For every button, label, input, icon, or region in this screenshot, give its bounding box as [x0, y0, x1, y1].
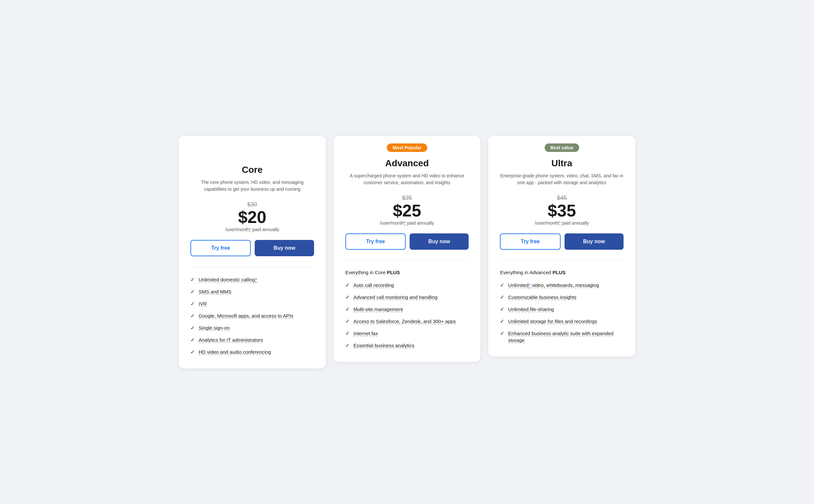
check-icon: ✓: [500, 294, 504, 300]
check-icon: ✓: [345, 282, 349, 288]
ultra-divider: [500, 260, 624, 260]
check-icon: ✓: [190, 349, 195, 355]
no-badge-spacer: [190, 149, 314, 165]
ultra-buy-now-button[interactable]: Buy now: [565, 233, 624, 250]
feature-item: ✓ Unlimited domestic calling*: [190, 276, 314, 283]
feature-item: ✓ Internet fax: [345, 330, 469, 337]
advanced-description: A supercharged phone system and HD video…: [345, 172, 469, 188]
ultra-features-list: ✓ Unlimited* video, whiteboards, messagi…: [500, 282, 624, 344]
check-icon: ✓: [190, 313, 195, 319]
plan-card-advanced: Most Popular Advanced A supercharged pho…: [333, 136, 481, 362]
ultra-try-free-button[interactable]: Try free: [500, 233, 560, 250]
check-icon: ✓: [500, 306, 504, 312]
core-buy-now-button[interactable]: Buy now: [255, 240, 314, 256]
feature-item: ✓ Single sign-on: [190, 324, 314, 331]
feature-text: Multi-site management: [353, 306, 403, 313]
feature-text: Access to Salesforce, Zendesk, and 300+ …: [353, 318, 456, 325]
advanced-current-price: $25: [345, 202, 469, 219]
feature-item: ✓ Enhanced business analytic suite with …: [500, 330, 624, 344]
advanced-badge: Most Popular: [387, 143, 428, 152]
feature-item: ✓ Multi-site management: [345, 306, 469, 313]
feature-text: Internet fax: [353, 330, 378, 337]
plan-card-core: Core The core phone system, HD video, an…: [179, 136, 326, 368]
ultra-original-price: $45: [500, 195, 624, 201]
core-price-section: $30 $20 /user/month* paid annually: [190, 201, 314, 232]
feature-item: ✓ Auto call recording: [345, 282, 469, 289]
feature-text: Single sign-on: [199, 324, 229, 331]
feature-text: SMS and MMS: [199, 288, 231, 295]
core-divider: [190, 267, 314, 267]
ultra-badge-area: Best value: [500, 142, 624, 153]
advanced-try-free-button[interactable]: Try free: [345, 233, 406, 250]
check-icon: ✓: [500, 330, 504, 336]
feature-item: ✓ SMS and MMS: [190, 288, 314, 295]
feature-item: ✓ Unlimited storage for files and record…: [500, 318, 624, 325]
advanced-plan-name: Advanced: [345, 158, 469, 169]
feature-item: ✓ Customizable business insights: [500, 294, 624, 301]
ultra-features-heading: Everything in Advanced PLUS: [500, 270, 624, 275]
feature-text: Google, Microsoft apps, and access to AP…: [199, 312, 293, 319]
feature-item: ✓ Essential business analytics: [345, 342, 469, 349]
core-plan-name: Core: [190, 165, 314, 175]
feature-text: Analytics for IT administrators: [199, 336, 263, 343]
ultra-badge: Best value: [545, 143, 579, 152]
core-current-price: $20: [190, 209, 314, 226]
advanced-features-heading: Everything in Core PLUS: [345, 270, 469, 275]
feature-item: ✓ IVR: [190, 300, 314, 307]
core-original-price: $30: [190, 201, 314, 208]
core-description: The core phone system, HD video, and mes…: [190, 179, 314, 195]
check-icon: ✓: [345, 294, 349, 300]
check-icon: ✓: [190, 301, 195, 307]
ultra-buttons-row: Try free Buy now: [500, 233, 624, 250]
feature-item: ✓ Unlimited* video, whiteboards, messagi…: [500, 282, 624, 289]
core-try-free-button[interactable]: Try free: [190, 240, 251, 256]
feature-text: HD video and audio conferencing: [199, 348, 271, 355]
feature-text: Unlimited domestic calling*: [199, 276, 257, 283]
feature-text: IVR: [199, 300, 207, 307]
feature-item: ✓ Analytics for IT administrators: [190, 336, 314, 343]
check-icon: ✓: [345, 318, 349, 324]
check-icon: ✓: [500, 318, 504, 324]
ultra-current-price: $35: [500, 202, 624, 219]
feature-item: ✓ Unlimited file-sharing: [500, 306, 624, 313]
check-icon: ✓: [345, 330, 349, 336]
check-icon: ✓: [190, 325, 195, 331]
check-icon: ✓: [190, 337, 195, 343]
core-features-list: ✓ Unlimited domestic calling* ✓ SMS and …: [190, 276, 314, 355]
advanced-features-list: ✓ Auto call recording ✓ Advanced call mo…: [345, 282, 469, 349]
advanced-original-price: $35: [345, 195, 469, 201]
ultra-description: Enterprise-grade phone system, video, ch…: [500, 172, 624, 188]
feature-text: Unlimited* video, whiteboards, messaging: [508, 282, 599, 289]
advanced-buttons-row: Try free Buy now: [345, 233, 469, 250]
advanced-badge-area: Most Popular: [345, 142, 469, 153]
advanced-divider: [345, 260, 469, 260]
feature-text: Unlimited storage for files and recordin…: [508, 318, 597, 325]
feature-item: ✓ Google, Microsoft apps, and access to …: [190, 312, 314, 319]
plan-card-ultra: Best value Ultra Enterprise-grade phone …: [488, 136, 635, 357]
ultra-plan-name: Ultra: [500, 158, 624, 169]
pricing-container: Core The core phone system, HD video, an…: [179, 136, 635, 368]
check-icon: ✓: [190, 276, 195, 283]
check-icon: ✓: [500, 282, 504, 288]
check-icon: ✓: [190, 289, 195, 295]
feature-text: Advanced call monitoring and handling: [353, 294, 438, 301]
advanced-buy-now-button[interactable]: Buy now: [410, 233, 469, 250]
core-buttons-row: Try free Buy now: [190, 240, 314, 256]
core-price-note: /user/month* paid annually: [190, 227, 314, 232]
feature-item: ✓ HD video and audio conferencing: [190, 348, 314, 355]
feature-text: Essential business analytics: [353, 342, 415, 349]
ultra-price-section: $45 $35 /user/month* paid annually: [500, 195, 624, 226]
check-icon: ✓: [345, 342, 349, 348]
feature-text: Customizable business insights: [508, 294, 576, 301]
advanced-price-section: $35 $25 /user/month* paid annually: [345, 195, 469, 226]
feature-text: Enhanced business analytic suite with ex…: [508, 330, 624, 344]
feature-text: Auto call recording: [353, 282, 394, 289]
advanced-price-note: /user/month* paid annually: [345, 220, 469, 226]
feature-item: ✓ Access to Salesforce, Zendesk, and 300…: [345, 318, 469, 325]
ultra-price-note: /user/month* paid annually: [500, 220, 624, 226]
feature-text: Unlimited file-sharing: [508, 306, 554, 313]
check-icon: ✓: [345, 306, 349, 312]
feature-item: ✓ Advanced call monitoring and handling: [345, 294, 469, 301]
